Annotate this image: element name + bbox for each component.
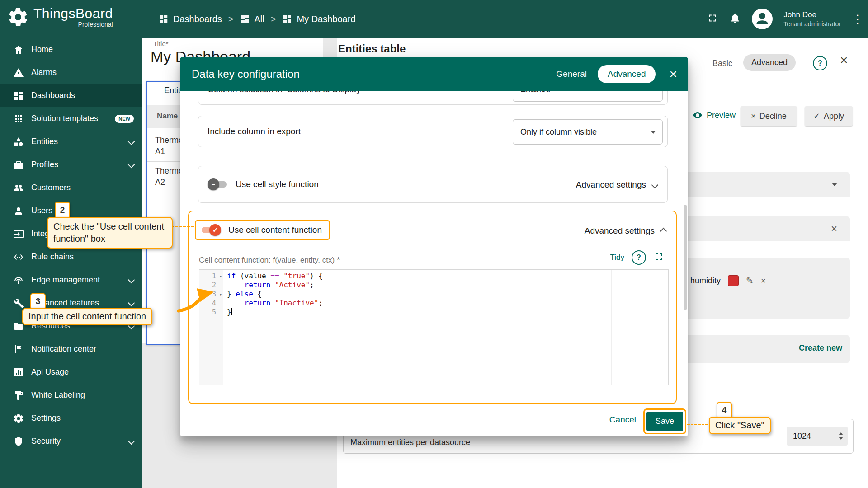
mode-advanced-toggle[interactable]: Advanced: [743, 54, 796, 71]
dialog-body: Column selection in 'Columns to Display'…: [180, 91, 688, 436]
breadcrumb-separator: >: [228, 14, 234, 24]
breadcrumb-item-my-dashboard[interactable]: My Dashboard: [282, 14, 355, 24]
breadcrumb-separator: >: [271, 14, 276, 24]
dialog-scrollbar[interactable]: [684, 205, 687, 310]
sidebar-item-label: White Labeling: [31, 390, 134, 400]
sidebar-item-settings[interactable]: Settings: [0, 407, 142, 430]
decline-button[interactable]: × Decline: [741, 106, 797, 126]
sidebar-item-solution-templates[interactable]: Solution templatesNEW: [0, 107, 142, 130]
cancel-button[interactable]: Cancel: [608, 412, 638, 427]
number-stepper[interactable]: [839, 432, 843, 440]
rule-chains-icon: [13, 252, 24, 263]
step-4-connector: [687, 424, 708, 425]
save-highlight-ring: Save: [643, 408, 686, 434]
save-button[interactable]: Save: [646, 412, 683, 431]
preview-button[interactable]: Preview: [692, 110, 736, 121]
expand-fullscreen-icon[interactable]: [653, 251, 664, 264]
code-line: } else {: [227, 290, 668, 299]
sidebar-item-profiles[interactable]: Profiles: [0, 153, 142, 176]
x-icon: ×: [751, 112, 756, 121]
sidebar-item-label: Dashboards: [31, 91, 134, 100]
fold-caret-icon[interactable]: ▾: [219, 272, 222, 281]
edit-pencil-icon[interactable]: ✎: [746, 275, 754, 286]
column-selection-select[interactable]: Enabled: [513, 91, 663, 102]
solution-templates-icon: [13, 113, 24, 124]
color-swatch[interactable]: [728, 275, 739, 286]
max-entities-label: Maximum entities per datasource: [350, 438, 470, 447]
cell-content-toggle[interactable]: ✓: [200, 224, 221, 236]
mode-basic-toggle[interactable]: Basic: [712, 59, 732, 68]
tab-general[interactable]: General: [556, 69, 587, 79]
app-logo[interactable]: ThingsBoard Professional: [0, 0, 142, 32]
sidebar-item-home[interactable]: Home: [0, 38, 142, 61]
notifications-bell-icon[interactable]: [729, 12, 741, 26]
column-header-name: Name: [157, 112, 178, 121]
include-export-select[interactable]: Only if column visible: [513, 119, 663, 145]
notification-center-icon: [13, 344, 24, 355]
tab-advanced[interactable]: Advanced: [598, 65, 656, 83]
topbar-actions: John Doe Tenant administrator ⋮: [707, 0, 858, 38]
chevron-down-icon: [128, 438, 135, 445]
sidebar-item-notification-center[interactable]: Notification center: [0, 338, 142, 361]
home-icon: [13, 44, 24, 55]
sidebar-item-label: Customers: [31, 183, 134, 192]
sidebar-item-rule-chains[interactable]: Rule chains: [0, 245, 142, 268]
close-icon[interactable]: ×: [669, 67, 677, 81]
user-name: John Doe: [783, 10, 841, 20]
sidebar-item-alarms[interactable]: Alarms: [0, 61, 142, 84]
clear-icon[interactable]: ×: [831, 222, 837, 235]
fullscreen-icon[interactable]: [707, 12, 718, 26]
code-editor[interactable]: 1▾23▾45 if (value == "true") { return "A…: [199, 269, 669, 385]
chevron-down-icon: [128, 300, 135, 307]
line-number: 1▾: [199, 272, 223, 281]
breadcrumb-item-all[interactable]: All: [240, 14, 264, 24]
sidebar-item-entities[interactable]: Entities: [0, 130, 142, 153]
apply-label: Apply: [824, 112, 844, 121]
person-icon: [754, 11, 770, 27]
sidebar-item-edge-management[interactable]: Edge management: [0, 268, 142, 291]
cell-content-label: Use cell content function: [228, 225, 322, 235]
dashboards-icon: [13, 90, 24, 101]
chevron-down-icon: [128, 138, 135, 145]
fold-caret-icon[interactable]: ▾: [219, 290, 222, 299]
sidebar-item-white-labeling[interactable]: White Labeling: [0, 384, 142, 407]
sidebar-item-api-usage[interactable]: Api Usage: [0, 361, 142, 384]
sidebar-item-customers[interactable]: Customers: [0, 176, 142, 199]
user-avatar[interactable]: [752, 9, 773, 29]
sidebar-item-label: Home: [31, 45, 134, 54]
sidebar-item-dashboards[interactable]: Dashboards: [0, 84, 142, 107]
chevron-down-icon: [128, 161, 135, 169]
max-entities-input[interactable]: 1024: [787, 427, 848, 446]
cell-content-card: ✓ Use cell content function Advanced set…: [188, 211, 677, 404]
more-menu-icon[interactable]: ⋮: [852, 12, 858, 26]
users-icon: [13, 206, 24, 216]
column-selection-label: Column selection in 'Columns to Display': [208, 91, 362, 94]
security-icon: [13, 436, 24, 447]
stepper-down-icon[interactable]: [839, 437, 843, 440]
sidebar-item-security[interactable]: Security: [0, 430, 142, 453]
help-icon[interactable]: ?: [813, 56, 827, 70]
cell-style-advanced-settings[interactable]: Advanced settings: [576, 180, 657, 190]
step-3-tooltip: Input the cell content function: [22, 308, 152, 325]
sidebar-item-label: Notification center: [31, 344, 134, 354]
sidebar-item-label: Api Usage: [31, 367, 134, 377]
cell-content-advanced-settings[interactable]: Advanced settings: [585, 226, 666, 236]
cell-style-toggle[interactable]: –: [208, 178, 228, 190]
tidy-button[interactable]: Tidy: [610, 253, 625, 262]
white-labeling-icon: [13, 390, 24, 401]
remove-icon[interactable]: ×: [761, 276, 766, 286]
create-new-button[interactable]: Create new: [799, 343, 842, 353]
datakey-label: humidity: [690, 276, 721, 286]
chevron-up-icon: [660, 227, 667, 235]
help-icon[interactable]: ?: [632, 250, 646, 265]
apply-button[interactable]: ✓ Apply: [805, 106, 853, 126]
breadcrumb: Dashboards > All > My Dashboard: [159, 0, 356, 38]
code-line: return "Active";: [227, 281, 668, 290]
stepper-up-icon[interactable]: [839, 432, 843, 435]
close-icon[interactable]: ×: [840, 52, 848, 68]
api-usage-icon: [13, 367, 24, 378]
breadcrumb-item-dashboards[interactable]: Dashboards: [159, 14, 222, 24]
toggle-off-icon: –: [208, 178, 219, 190]
decline-label: Decline: [760, 112, 787, 121]
chevron-down-icon: [832, 183, 837, 186]
